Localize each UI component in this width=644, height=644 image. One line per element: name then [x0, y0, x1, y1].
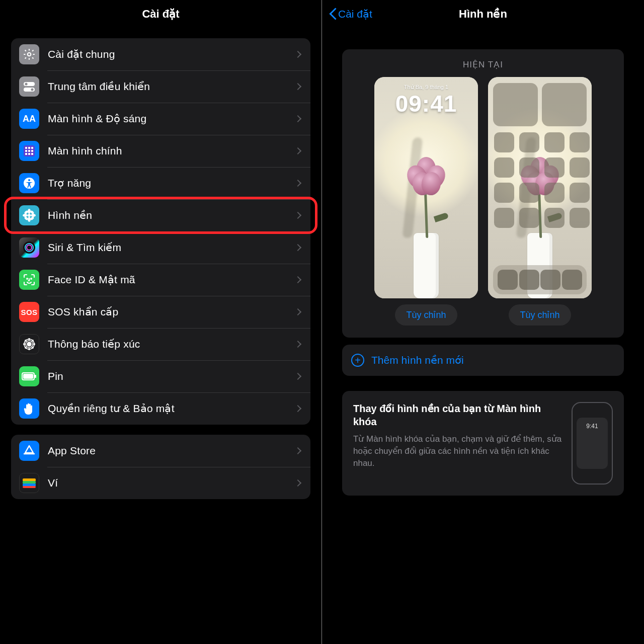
wallpaper-panel: Cài đặt Hình nền HIỆN TẠI Thứ Ba, 9 thán… [322, 0, 644, 644]
settings-group-main: Cài đặt chungTrung tâm điều khiểnAAMàn h… [11, 38, 310, 425]
homescreen-preview-col: Tùy chỉnh [488, 77, 592, 326]
svg-point-17 [28, 214, 31, 217]
back-button[interactable]: Cài đặt [329, 0, 372, 28]
svg-point-39 [32, 340, 33, 341]
svg-rect-44 [23, 374, 33, 379]
settings-row-access[interactable]: Trợ năng [11, 167, 310, 199]
row-label: Cài đặt chung [48, 48, 295, 60]
current-wallpaper-card: HIỆN TẠI Thứ Ba, 9 tháng 1 09:41 Tùy chỉ… [342, 49, 624, 338]
info-title: Thay đổi hình nền của bạn từ Màn hình kh… [353, 402, 562, 428]
sos-icon: SOS [19, 302, 39, 322]
appstore-icon [19, 441, 39, 461]
settings-row-exposure[interactable]: Thông báo tiếp xúc [11, 328, 310, 360]
row-label: SOS khẩn cấp [48, 306, 295, 318]
chevron-right-icon [294, 244, 301, 251]
chevron-right-icon [294, 405, 301, 412]
grid-icon [19, 141, 39, 161]
svg-point-41 [32, 347, 33, 348]
row-label: Quyền riêng tư & Bảo mật [48, 403, 295, 415]
settings-row-faceid[interactable]: Face ID & Mật mã [11, 264, 310, 296]
settings-row-flower[interactable]: Hình nền [11, 199, 310, 231]
row-label: Siri & Tìm kiếm [48, 242, 295, 254]
chevron-right-icon [294, 341, 301, 348]
svg-rect-10 [28, 150, 30, 152]
chevron-right-icon [294, 479, 301, 487]
settings-row-gear[interactable]: Cài đặt chung [11, 38, 310, 70]
settings-row-sos[interactable]: SOSSOS khẩn cấp [11, 296, 310, 328]
settings-title: Cài đặt [142, 8, 179, 21]
current-label: HIỆN TẠI [354, 59, 612, 70]
svg-rect-13 [28, 153, 30, 155]
svg-point-29 [27, 278, 28, 279]
siri-icon [19, 237, 39, 258]
row-label: Face ID & Mật mã [48, 274, 295, 286]
settings-row-battery[interactable]: Pin [11, 360, 310, 392]
access-icon [19, 173, 39, 193]
svg-point-40 [25, 347, 26, 348]
chevron-right-icon [294, 276, 301, 283]
flower-icon [19, 205, 39, 225]
chevron-right-icon [294, 308, 301, 315]
settings-row-grid[interactable]: Màn hình chính [11, 135, 310, 167]
row-label: Màn hình chính [48, 145, 295, 157]
settings-header: Cài đặt [0, 0, 321, 28]
info-body: Từ Màn hình khóa của bạn, chạm và giữ để… [353, 433, 562, 469]
hand-icon [19, 398, 39, 419]
row-label: Thông báo tiếp xúc [48, 338, 295, 350]
settings-row-aa[interactable]: AAMàn hình & Độ sáng [11, 103, 310, 135]
chevron-right-icon [294, 180, 301, 187]
lockscreen-time: 09:41 [374, 90, 478, 117]
row-label: App Store [48, 445, 295, 457]
svg-point-18 [28, 209, 31, 214]
row-label: Màn hình & Độ sáng [48, 113, 295, 125]
svg-rect-6 [25, 147, 27, 149]
plus-circle-icon: + [351, 354, 364, 367]
toggles-icon [19, 76, 39, 97]
svg-rect-7 [28, 147, 30, 149]
settings-panel: Cài đặt Cài đặt chungTrung tâm điều khiể… [0, 0, 322, 644]
chevron-right-icon [294, 83, 301, 90]
settings-row-siri[interactable]: Siri & Tìm kiếm [11, 231, 310, 264]
battery-icon [19, 366, 39, 386]
settings-group-secondary: App StoreVí [11, 435, 310, 499]
add-wallpaper-button[interactable]: + Thêm hình nền mới [342, 345, 624, 376]
chevron-right-icon [294, 373, 301, 380]
svg-rect-43 [35, 375, 36, 378]
exposure-icon [19, 334, 39, 354]
settings-row-toggles[interactable]: Trung tâm điều khiển [11, 70, 310, 103]
row-label: Ví [48, 477, 295, 489]
wallpaper-previews: Thứ Ba, 9 tháng 1 09:41 Tùy chỉnh [354, 77, 612, 326]
gear-icon [19, 44, 39, 64]
lockscreen-preview-col: Thứ Ba, 9 tháng 1 09:41 Tùy chỉnh [374, 77, 478, 326]
chevron-right-icon [294, 147, 301, 154]
row-label: Trung tâm điều khiển [48, 80, 295, 93]
customize-homescreen-button[interactable]: Tùy chỉnh [509, 304, 571, 326]
wallet-icon [19, 473, 39, 493]
svg-rect-14 [31, 153, 33, 155]
svg-rect-12 [25, 153, 27, 155]
faceid-icon [19, 270, 39, 290]
chevron-right-icon [294, 51, 301, 58]
settings-row-wallet[interactable]: Ví [11, 467, 310, 499]
customize-lockscreen-button[interactable]: Tùy chỉnh [395, 304, 457, 326]
mini-phone-time: 9:41 [577, 418, 608, 469]
settings-scroll[interactable]: Cài đặt chungTrung tâm điều khiểnAAMàn h… [0, 28, 321, 644]
row-label: Pin [48, 370, 295, 382]
back-label: Cài đặt [338, 8, 372, 20]
wallpaper-header: Cài đặt Hình nền [322, 0, 644, 28]
settings-row-appstore[interactable]: App Store [11, 435, 310, 467]
row-label: Hình nền [48, 209, 295, 221]
chevron-right-icon [294, 212, 301, 219]
svg-point-36 [24, 344, 25, 345]
svg-point-21 [31, 214, 36, 217]
wallpaper-title: Hình nền [459, 8, 507, 21]
aa-icon: AA [19, 109, 39, 129]
svg-point-0 [28, 53, 31, 56]
homescreen-preview[interactable] [488, 77, 592, 298]
svg-point-35 [29, 349, 30, 350]
add-wallpaper-label: Thêm hình nền mới [371, 354, 464, 366]
svg-rect-11 [31, 150, 33, 152]
lockscreen-preview[interactable]: Thứ Ba, 9 tháng 1 09:41 [374, 77, 478, 298]
mini-phone-icon: 9:41 [572, 402, 613, 485]
settings-row-hand[interactable]: Quyền riêng tư & Bảo mật [11, 392, 310, 425]
